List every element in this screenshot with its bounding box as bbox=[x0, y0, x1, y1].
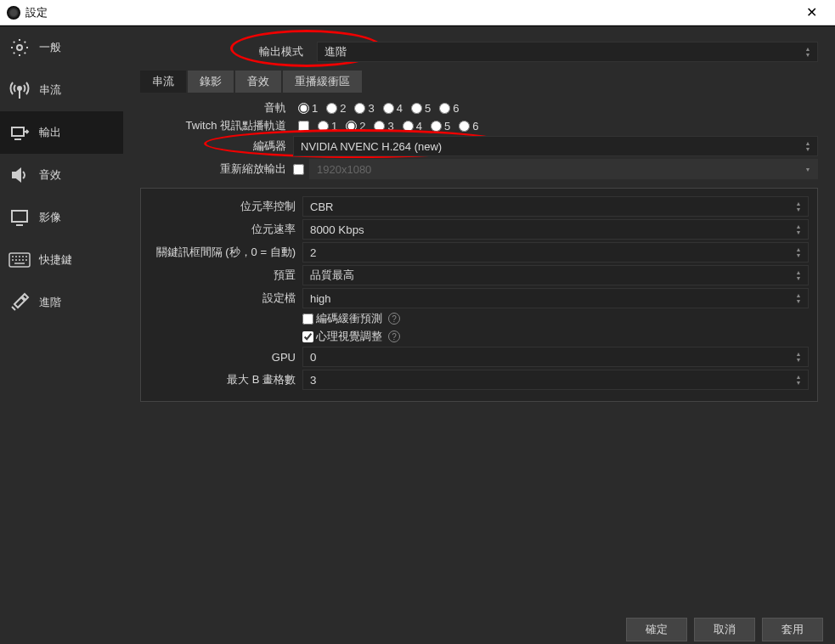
updown-icon: ▲▼ bbox=[802, 137, 814, 155]
rescale-label: 重新縮放輸出 bbox=[140, 161, 293, 177]
tab-replay[interactable]: 重播緩衝區 bbox=[283, 71, 362, 93]
profile-label: 設定檔 bbox=[150, 291, 302, 306]
preset-select[interactable]: 品質最高 ▲▼ bbox=[302, 265, 809, 285]
twitchvod-label: Twitch 視訊點播軌道 bbox=[140, 118, 293, 133]
svg-rect-3 bbox=[12, 211, 27, 222]
gear-icon bbox=[8, 37, 31, 59]
gpu-value[interactable] bbox=[310, 351, 801, 364]
keyframe-label: 關鍵訊框間隔 (秒，0 = 自動) bbox=[150, 245, 302, 260]
sidebar-item-stream[interactable]: 串流 bbox=[0, 69, 123, 111]
sidebar-item-label: 影像 bbox=[39, 210, 61, 225]
profile-value: high bbox=[310, 292, 331, 305]
gpu-input[interactable]: ▲▼ bbox=[302, 347, 809, 367]
preset-label: 預置 bbox=[150, 268, 302, 283]
sidebar-item-general[interactable]: 一般 bbox=[0, 26, 123, 69]
window-title: 設定 bbox=[25, 5, 794, 20]
audiotrack-radios: 1 2 3 4 5 6 bbox=[293, 102, 459, 115]
main-panel: 輸出模式 進階 ▲▼ 串流 錄影 音效 重播緩衝區 音軌 1 2 3 4 5 6 bbox=[123, 26, 835, 615]
audiotrack-5[interactable]: 5 bbox=[411, 102, 431, 115]
keyframe-input[interactable]: ▲▼ bbox=[302, 242, 809, 263]
titlebar: 設定 ✕ bbox=[0, 0, 835, 25]
audiotrack-label: 音軌 bbox=[140, 100, 293, 116]
sidebar-item-label: 串流 bbox=[39, 82, 61, 98]
twitchvod-2[interactable]: 2 bbox=[346, 120, 365, 133]
svg-point-1 bbox=[18, 87, 21, 90]
twitchvod-group: 1 2 3 4 5 6 bbox=[293, 120, 478, 133]
ratecontrol-value: CBR bbox=[310, 201, 333, 213]
encoder-settings-panel: 位元率控制 CBR ▲▼ 位元速率 ▲▼ 關鍵訊框間隔 (秒，0 = 自動) bbox=[140, 188, 818, 402]
tab-record[interactable]: 錄影 bbox=[188, 71, 234, 93]
help-icon[interactable]: ? bbox=[388, 313, 400, 325]
ratecontrol-select[interactable]: CBR ▲▼ bbox=[302, 196, 809, 217]
speaker-icon bbox=[8, 164, 31, 186]
bitrate-label: 位元速率 bbox=[150, 222, 302, 237]
tabs: 串流 錄影 音效 重播緩衝區 bbox=[140, 71, 818, 93]
sidebar: 一般 串流 輸出 音效 影像 快捷鍵 進階 bbox=[0, 26, 123, 615]
lookahead-label: 編碼緩衝預測 bbox=[316, 311, 382, 326]
sidebar-item-label: 快捷鍵 bbox=[39, 252, 72, 268]
updown-icon: ▲▼ bbox=[793, 266, 804, 285]
svg-rect-2 bbox=[12, 127, 24, 136]
spinner-icon[interactable]: ▲▼ bbox=[793, 243, 804, 262]
help-icon[interactable]: ? bbox=[388, 330, 400, 342]
lookahead-checkbox[interactable]: 編碼緩衝預測 ? bbox=[302, 311, 400, 326]
output-mode-value: 進階 bbox=[324, 44, 347, 59]
psycho-checkbox[interactable]: 心理視覺調整 ? bbox=[302, 329, 400, 344]
keyboard-icon bbox=[8, 249, 31, 271]
encoder-label: 編碼器 bbox=[140, 138, 293, 154]
sidebar-item-video[interactable]: 影像 bbox=[0, 196, 123, 239]
sidebar-item-label: 進階 bbox=[39, 295, 61, 310]
ok-button[interactable]: 確定 bbox=[626, 618, 687, 641]
spinner-icon[interactable]: ▲▼ bbox=[793, 370, 804, 389]
preset-value: 品質最高 bbox=[310, 268, 354, 283]
spinner-icon[interactable]: ▲▼ bbox=[793, 347, 804, 366]
close-icon[interactable]: ✕ bbox=[794, 4, 828, 20]
sidebar-item-label: 一般 bbox=[39, 40, 61, 55]
bframes-value[interactable] bbox=[310, 374, 801, 387]
twitchvod-enable[interactable] bbox=[298, 121, 309, 132]
bitrate-value[interactable] bbox=[310, 223, 801, 236]
sidebar-item-advanced[interactable]: 進階 bbox=[0, 281, 123, 324]
cancel-button[interactable]: 取消 bbox=[694, 618, 755, 641]
audiotrack-1[interactable]: 1 bbox=[298, 102, 318, 115]
psycho-label: 心理視覺調整 bbox=[316, 329, 382, 344]
encoder-value: NVIDIA NVENC H.264 (new) bbox=[301, 140, 442, 153]
apply-button[interactable]: 套用 bbox=[762, 618, 823, 641]
audiotrack-3[interactable]: 3 bbox=[354, 102, 374, 115]
sidebar-item-label: 輸出 bbox=[39, 125, 61, 140]
output-mode-label: 輸出模式 bbox=[140, 44, 310, 59]
twitchvod-4[interactable]: 4 bbox=[403, 120, 422, 133]
rescale-select[interactable]: 1920x1080 ▼ bbox=[309, 159, 818, 179]
sidebar-item-audio[interactable]: 音效 bbox=[0, 154, 123, 196]
output-icon bbox=[8, 121, 31, 144]
twitchvod-1[interactable]: 1 bbox=[318, 120, 337, 133]
twitchvod-6[interactable]: 6 bbox=[459, 120, 478, 133]
bframes-label: 最大 B 畫格數 bbox=[150, 372, 302, 387]
audiotrack-2[interactable]: 2 bbox=[326, 102, 346, 115]
profile-select[interactable]: high ▲▼ bbox=[302, 288, 809, 308]
rescale-checkbox[interactable] bbox=[293, 164, 304, 175]
antenna-icon bbox=[8, 79, 31, 101]
sidebar-item-output[interactable]: 輸出 bbox=[0, 111, 123, 154]
sidebar-item-hotkeys[interactable]: 快捷鍵 bbox=[0, 239, 123, 281]
sidebar-item-label: 音效 bbox=[39, 167, 61, 183]
audiotrack-6[interactable]: 6 bbox=[439, 102, 459, 115]
output-mode-select[interactable]: 進階 ▲▼ bbox=[317, 42, 818, 62]
updown-icon: ▲▼ bbox=[802, 42, 814, 61]
spinner-icon[interactable]: ▲▼ bbox=[793, 220, 804, 239]
bframes-input[interactable]: ▲▼ bbox=[302, 370, 809, 390]
audiotrack-4[interactable]: 4 bbox=[383, 102, 403, 115]
dropdown-icon: ▼ bbox=[802, 160, 814, 178]
tab-audio[interactable]: 音效 bbox=[235, 71, 281, 93]
footer: 確定 取消 套用 bbox=[0, 615, 835, 644]
updown-icon: ▲▼ bbox=[793, 197, 804, 216]
tab-stream[interactable]: 串流 bbox=[140, 71, 186, 93]
updown-icon: ▲▼ bbox=[793, 289, 804, 308]
twitchvod-3[interactable]: 3 bbox=[374, 120, 393, 133]
twitchvod-5[interactable]: 5 bbox=[431, 120, 450, 133]
encoder-select[interactable]: NVIDIA NVENC H.264 (new) ▲▼ bbox=[293, 136, 818, 156]
tools-icon bbox=[8, 291, 31, 314]
bitrate-input[interactable]: ▲▼ bbox=[302, 219, 809, 240]
obs-icon bbox=[7, 6, 20, 20]
keyframe-value[interactable] bbox=[310, 246, 801, 259]
